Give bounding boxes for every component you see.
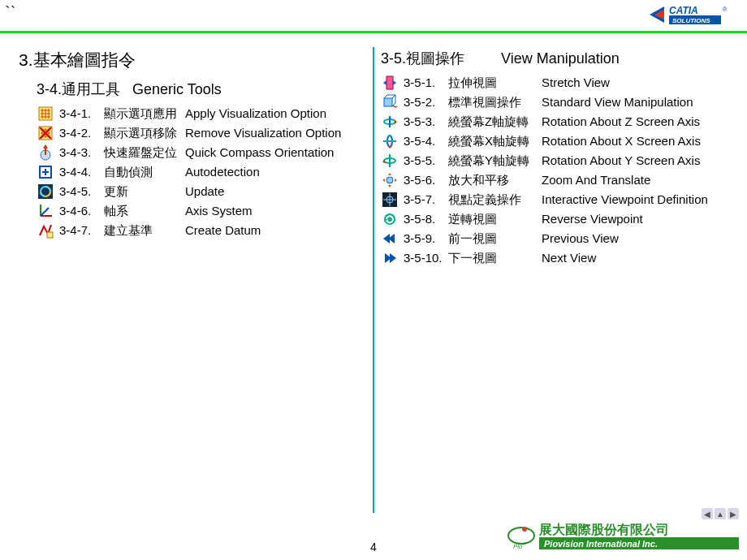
- item-label-en: Reverse Viewpoint: [542, 211, 728, 227]
- next-icon: [381, 250, 399, 266]
- green-divider-bar: [0, 31, 747, 33]
- command-row: 3-5-3.繞螢幕Z軸旋轉Rotation About Z Screen Axi…: [381, 114, 728, 130]
- item-label-en: Axis System: [185, 203, 366, 219]
- item-label-zh: 拉伸視圖: [448, 75, 542, 91]
- command-row: 3-4-7.建立基準Create Datum: [37, 222, 366, 239]
- item-label-en: Update: [185, 183, 366, 200]
- datum-icon: [37, 222, 54, 239]
- stretch-icon: [381, 75, 399, 91]
- subsection-heading: 3-5.視圖操作 View Manipulation: [381, 49, 728, 68]
- piovision-logo: Pio 展大國際股份有限公司 Piovision International I…: [505, 519, 741, 555]
- item-label-en: Remove Visualization Option: [185, 125, 366, 141]
- item-number: 3-5-4.: [404, 133, 448, 149]
- rot-z-icon: [381, 114, 399, 130]
- rot-x-icon: [381, 133, 399, 149]
- item-label-en: Quick Compass Orientation: [185, 144, 366, 161]
- item-label-zh: 前一視圖: [448, 230, 542, 247]
- svg-text:展大國際股份有限公司: 展大國際股份有限公司: [538, 523, 669, 536]
- subsection-heading: 3-4.通用工具 Generic Tools: [37, 80, 366, 99]
- grid-remove-icon: [37, 125, 54, 141]
- item-label-en: Previous View: [542, 230, 728, 247]
- backtick-marks: ``: [5, 3, 15, 22]
- command-row: 3-5-5.繞螢幕Y軸旋轉Rotation About Y Screen Axi…: [381, 153, 728, 169]
- item-number: 3-4-4.: [59, 164, 104, 180]
- item-label-en: Next View: [542, 250, 728, 266]
- command-row: 3-4-1.顯示選項應用Apply Visualization Option: [37, 106, 366, 122]
- item-label-zh: 繞螢幕Y軸旋轉: [448, 153, 542, 169]
- item-label-zh: 視點定義操作: [448, 192, 542, 208]
- item-label-zh: 建立基準: [104, 222, 185, 239]
- item-label-en: Apply Visualization Option: [185, 106, 366, 122]
- nav-up-icon[interactable]: ▲: [715, 508, 726, 519]
- command-row: 3-4-2.顯示選項移除Remove Visualization Option: [37, 125, 366, 141]
- item-number: 3-5-9.: [404, 230, 448, 247]
- item-label-zh: 繞螢幕Z軸旋轉: [448, 114, 542, 130]
- command-row: 3-5-7.視點定義操作Interactive Viewpoint Defini…: [381, 192, 728, 208]
- item-number: 3-5-7.: [404, 192, 448, 208]
- svg-text:Piovision International Inc.: Piovision International Inc.: [544, 539, 658, 549]
- command-row: 3-5-1.拉伸視圖Stretch View: [381, 75, 728, 91]
- item-label-en: Rotation About X Screen Axis: [542, 133, 728, 149]
- command-row: 3-5-4.繞螢幕X軸旋轉Rotation About X Screen Axi…: [381, 133, 728, 149]
- svg-point-7: [522, 527, 527, 532]
- command-row: 3-5-10.下一視圖Next View: [381, 250, 728, 266]
- item-label-zh: 自動偵測: [104, 164, 185, 180]
- std-view-icon: [381, 94, 399, 110]
- item-label-zh: 逆轉視圖: [448, 211, 542, 227]
- svg-text:Pio: Pio: [513, 543, 523, 550]
- item-label-en: Standard View Manipulation: [542, 94, 728, 110]
- reverse-icon: [381, 211, 399, 227]
- item-number: 3-4-2.: [59, 125, 104, 141]
- svg-text:®: ®: [723, 6, 728, 12]
- item-number: 3-5-10.: [404, 250, 448, 266]
- item-number: 3-5-6.: [404, 172, 448, 188]
- compass-icon: [37, 144, 54, 161]
- subheading-en: View Manipulation: [501, 50, 623, 67]
- item-number: 3-5-3.: [404, 114, 448, 130]
- item-label-zh: 繞螢幕X軸旋轉: [448, 133, 542, 149]
- nav-prev-icon[interactable]: ◀: [702, 508, 713, 519]
- item-number: 3-5-1.: [404, 75, 448, 91]
- item-label-zh: 快速羅盤定位: [104, 144, 185, 161]
- item-number: 3-4-5.: [59, 183, 104, 200]
- section-heading: 3.基本繪圖指令: [19, 49, 366, 71]
- item-number: 3-4-1.: [59, 106, 104, 122]
- swirl-icon: [37, 183, 54, 200]
- command-row: 3-5-6.放大和平移Zoom And Translate: [381, 172, 728, 188]
- item-number: 3-4-6.: [59, 203, 104, 219]
- item-label-zh: 軸系: [104, 203, 185, 219]
- item-label-zh: 標準視圖操作: [448, 94, 542, 110]
- axis-icon: [37, 203, 54, 219]
- item-label-en: Create Datum: [185, 222, 366, 239]
- command-row: 3-5-8.逆轉視圖Reverse Viewpoint: [381, 211, 728, 227]
- item-label-en: Autodetection: [185, 164, 366, 180]
- item-number: 3-5-2.: [404, 94, 448, 110]
- item-number: 3-5-8.: [404, 211, 448, 227]
- svg-text:CATIA: CATIA: [669, 5, 698, 16]
- command-row: 3-4-4.自動偵測Autodetection: [37, 164, 366, 180]
- item-label-en: Rotation About Z Screen Axis: [542, 114, 728, 130]
- command-row: 3-4-3.快速羅盤定位Quick Compass Orientation: [37, 144, 366, 161]
- item-label-zh: 更新: [104, 183, 185, 200]
- item-label-en: Zoom And Translate: [542, 172, 728, 188]
- svg-text:SOLUTIONS: SOLUTIONS: [672, 17, 710, 24]
- item-number: 3-4-7.: [59, 222, 104, 239]
- item-label-en: Interactive Viewpoint Definition: [542, 192, 728, 208]
- prev-icon: [381, 230, 399, 247]
- nav-next-icon[interactable]: ▶: [728, 508, 739, 519]
- item-number: 3-4-3.: [59, 144, 104, 161]
- command-row: 3-4-5.更新Update: [37, 183, 366, 200]
- item-number: 3-5-5.: [404, 153, 448, 169]
- subheading-en: Generic Tools: [132, 81, 225, 97]
- subheading-zh: 3-5.視圖操作: [381, 50, 464, 67]
- plus-box-icon: [37, 164, 54, 180]
- subheading-zh: 3-4.通用工具: [37, 81, 120, 97]
- item-label-zh: 下一視圖: [448, 250, 542, 266]
- zoom-pan-icon: [381, 172, 399, 188]
- slide-nav: ◀ ▲ ▶: [702, 508, 739, 519]
- item-label-zh: 顯示選項移除: [104, 125, 185, 141]
- item-label-en: Stretch View: [542, 75, 728, 91]
- grid-apply-icon: [37, 106, 54, 122]
- command-row: 3-5-2.標準視圖操作Standard View Manipulation: [381, 94, 728, 110]
- item-label-zh: 放大和平移: [448, 172, 542, 188]
